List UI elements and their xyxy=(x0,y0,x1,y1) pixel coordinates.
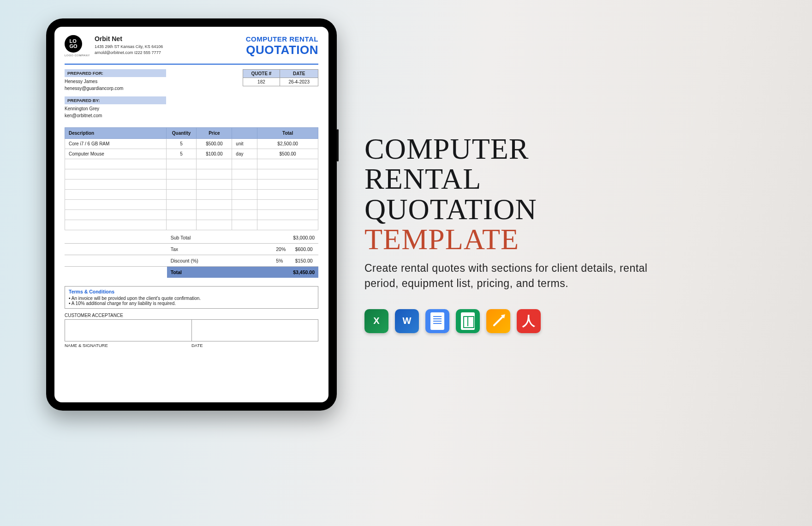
meta-row: PREPARED FOR: Henessy James henessy@guar… xyxy=(65,69,318,119)
table-row: Computer Mouse5$100.00day$500.00 xyxy=(65,149,318,159)
quote-number-value: 182 xyxy=(243,78,280,86)
subtotal-value: $3,000.00 xyxy=(289,232,318,244)
terms-box: Terms & Conditions • An invoice will be … xyxy=(65,286,318,309)
cell-unit: day xyxy=(232,149,257,159)
signature-date-label: DATE xyxy=(191,343,318,348)
prepared-by-label: PREPARED BY: xyxy=(65,96,166,104)
signature-name-label: NAME & SIGNATURE xyxy=(65,343,191,348)
table-row: Core i7 / 6 GB RAM5$500.00unit$2,500.00 xyxy=(65,139,318,149)
word-icon[interactable]: W xyxy=(395,309,419,333)
signature-name-cell[interactable] xyxy=(65,319,192,341)
company-block: LOGO LOGO COMPANY Orbit Net 1435 29th ST… xyxy=(65,35,163,57)
cell-unit: unit xyxy=(232,139,257,149)
table-row-empty xyxy=(65,159,318,169)
grand-total-value: $3,450.00 xyxy=(289,267,318,278)
pdf-icon[interactable]: 人 xyxy=(517,309,541,333)
cell-quantity: 5 xyxy=(166,139,197,149)
table-row-empty xyxy=(65,200,318,210)
col-description: Description xyxy=(65,128,167,139)
table-row-empty xyxy=(65,210,318,220)
google-docs-icon[interactable] xyxy=(425,309,449,333)
logo-text-bottom: GO xyxy=(69,43,77,49)
table-row-empty xyxy=(65,169,318,179)
prepared-for: PREPARED FOR: Henessy James henessy@guar… xyxy=(65,69,166,92)
quote-date-value: 26-4-2023 xyxy=(280,78,318,86)
promo-title-line4: TEMPLATE xyxy=(364,223,519,256)
promo-title-line1: COMPUTER xyxy=(364,132,529,165)
discount-label: Discount (%) xyxy=(167,255,273,267)
promo-title-line2: RENTAL xyxy=(364,162,481,195)
promo-panel: COMPUTER RENTAL QUOTATION TEMPLATE Creat… xyxy=(364,134,660,333)
title-line2: QUOTATION xyxy=(246,43,318,57)
cell-quantity: 5 xyxy=(166,149,197,159)
prepared-section: PREPARED FOR: Henessy James henessy@guar… xyxy=(65,69,166,119)
tax-label: Tax xyxy=(167,244,273,255)
prepared-for-email: henessy@guardiancorp.com xyxy=(65,85,166,92)
company-contact: arnold@orbitnet.com I222 555 7777 xyxy=(95,50,163,56)
tax-pct: 20% xyxy=(272,244,289,255)
table-row-empty xyxy=(65,220,318,230)
logo-icon: LOGO xyxy=(65,35,82,53)
divider xyxy=(65,64,318,65)
prepared-by-email: ken@orbitnet.com xyxy=(65,113,166,120)
quote-number-header: QUOTE # xyxy=(243,70,280,78)
quote-meta-table: QUOTE # DATE 182 26-4-2023 xyxy=(243,69,319,86)
table-row-empty xyxy=(65,190,318,200)
cell-price: $100.00 xyxy=(197,149,232,159)
company-address: 1435 29th ST Kansas City, KS 64106 xyxy=(95,44,163,50)
logo: LOGO LOGO COMPANY xyxy=(65,35,90,57)
discount-value: $150.00 xyxy=(289,255,318,267)
cell-price: $500.00 xyxy=(197,139,232,149)
document-header: LOGO LOGO COMPANY Orbit Net 1435 29th ST… xyxy=(65,35,318,61)
col-quantity: Quantity xyxy=(166,128,197,139)
terms-line: • A 10% additional charge for any liabil… xyxy=(69,301,314,306)
prepared-by-name: Kennington Grey xyxy=(65,106,166,113)
quote-date-header: DATE xyxy=(280,70,318,78)
col-price: Price xyxy=(197,128,232,139)
tax-value: $600.00 xyxy=(289,244,318,255)
pages-icon[interactable] xyxy=(486,309,510,333)
title-line1: COMPUTER RENTAL xyxy=(246,35,318,43)
signature-row xyxy=(65,319,318,341)
totals-section: Sub Total $3,000.00 Tax 20% $600.00 Disc… xyxy=(65,232,318,278)
cell-total: $2,500.00 xyxy=(257,139,318,149)
table-row-empty xyxy=(65,179,318,190)
google-sheets-icon[interactable] xyxy=(456,309,480,333)
line-items-table: Description Quantity Price Total Core i7… xyxy=(65,127,318,230)
subtotal-label: Sub Total xyxy=(167,232,273,244)
prepared-for-name: Henessy James xyxy=(65,78,166,85)
excel-icon[interactable]: X xyxy=(364,309,388,333)
cell-description: Core i7 / 6 GB RAM xyxy=(65,139,167,149)
promo-title-line3: QUOTATION xyxy=(364,193,537,226)
company-name: Orbit Net xyxy=(95,35,163,42)
grand-total-label: Total xyxy=(167,267,273,278)
app-icons-row: X W 人 xyxy=(364,309,660,333)
logo-caption: LOGO COMPANY xyxy=(65,54,90,57)
col-total: Total xyxy=(257,128,318,139)
document-title: COMPUTER RENTAL QUOTATION xyxy=(246,35,318,57)
prepared-by: PREPARED BY: Kennington Grey ken@orbitne… xyxy=(65,96,166,119)
terms-line: • An invoice will be provided upon the c… xyxy=(69,296,314,301)
document-screen: LOGO LOGO COMPANY Orbit Net 1435 29th ST… xyxy=(54,27,328,402)
discount-pct: 5% xyxy=(272,255,289,267)
terms-title: Terms & Conditions xyxy=(69,289,314,294)
promo-title: COMPUTER RENTAL QUOTATION TEMPLATE xyxy=(364,134,660,254)
cell-description: Computer Mouse xyxy=(65,149,167,159)
prepared-for-label: PREPARED FOR: xyxy=(65,69,166,77)
company-info: Orbit Net 1435 29th ST Kansas City, KS 6… xyxy=(95,35,163,55)
promo-description: Create rental quotes with sections for c… xyxy=(364,261,660,292)
signature-date-cell[interactable] xyxy=(192,319,319,341)
col-unit xyxy=(232,128,257,139)
cell-total: $500.00 xyxy=(257,149,318,159)
acceptance-header: CUSTOMER ACCEPTANCE xyxy=(65,311,318,319)
signature-labels: NAME & SIGNATURE DATE xyxy=(65,343,318,348)
tablet-frame: LOGO LOGO COMPANY Orbit Net 1435 29th ST… xyxy=(46,18,337,411)
